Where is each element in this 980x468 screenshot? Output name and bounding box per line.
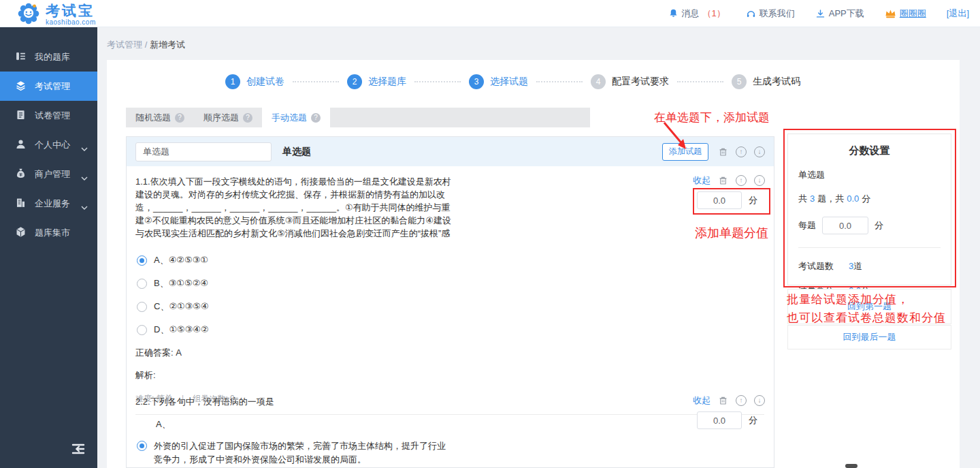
person-icon — [15, 138, 27, 152]
option-c[interactable]: C、②①③⑤④ — [135, 300, 764, 313]
step-label: 选择试题 — [490, 76, 528, 88]
count-prefix: 共 — [798, 193, 807, 204]
option-a-letter: A、 — [135, 418, 764, 431]
selection-tabs: 随机选题 ? 顺序选题 ? 手动选题 ? — [126, 108, 590, 127]
logout-link[interactable]: [退出] — [947, 7, 969, 20]
step-configure-exam: 4 配置考试要求 — [591, 74, 669, 89]
step-select-bank[interactable]: 2 选择题库 — [347, 74, 406, 89]
breadcrumb-new-exam: 新增考试 — [150, 40, 185, 50]
delete-group-icon[interactable] — [718, 146, 728, 157]
delete-question-icon[interactable] — [718, 175, 728, 186]
step-generate-code: 5 生成考试码 — [732, 74, 800, 89]
tab-label: 顺序选题 — [203, 112, 239, 124]
collapse-link[interactable]: 收起 — [693, 174, 710, 187]
help-icon[interactable]: ? — [311, 113, 321, 123]
back-to-last-link[interactable]: 回到最后一题 — [843, 331, 896, 343]
crown-icon — [885, 9, 896, 18]
move-question-down-icon[interactable]: ↓ — [754, 175, 765, 186]
per-question-label: 每题 — [798, 219, 816, 232]
back-to-first-link[interactable]: 回到第一题 — [847, 300, 892, 313]
radio-selected-icon[interactable] — [137, 255, 147, 266]
question-type-input[interactable] — [135, 142, 272, 161]
step-create-paper[interactable]: 1 创建试卷 — [225, 74, 284, 89]
download-icon — [815, 9, 826, 19]
exam-count-label: 考试题数 — [798, 260, 834, 272]
sidebar-item-enterprise-service[interactable]: 企业服务 — [0, 189, 97, 218]
per-question-score-row: 每题 分 — [798, 217, 941, 234]
move-group-up-icon[interactable]: ↑ — [736, 146, 747, 157]
radio-selected-icon[interactable] — [137, 441, 147, 451]
tab-label: 手动选题 — [272, 112, 307, 124]
question-text: 1.1.依次填入下面一段文字横线处的语句，衔接最恰当的一组是文化建设是新农村建设… — [135, 175, 453, 240]
step-label: 创建试卷 — [246, 76, 284, 88]
list-icon — [15, 50, 27, 64]
question-score-input[interactable] — [697, 411, 742, 429]
app-download-label: APP下载 — [829, 7, 864, 20]
option-d[interactable]: D、①⑤③④② — [135, 324, 764, 336]
app-download-link[interactable]: APP下载 — [815, 7, 864, 20]
scrollbar-thumb[interactable] — [845, 464, 858, 468]
radio-icon[interactable] — [137, 279, 147, 289]
move-question-up-icon[interactable]: ↑ — [736, 395, 747, 406]
sidebar-item-exam-management[interactable]: 考试管理 — [0, 72, 97, 101]
add-question-button[interactable]: 添加试题 — [662, 143, 708, 161]
app-logo[interactable]: 考试宝 kaoshibao.com — [16, 1, 96, 28]
logo-title: 考试宝 — [46, 3, 96, 18]
sidebar-item-label: 商户管理 — [35, 168, 70, 181]
move-group-down-icon[interactable]: ↓ — [754, 146, 765, 157]
step-number: 3 — [469, 74, 484, 89]
option-label: B、③①⑤②④ — [154, 277, 208, 290]
question-item-2: 2.2.下列各句中，没有语病的一项是 收起 ↑ ↓ 分 A、 外资的引 — [127, 386, 774, 468]
help-icon[interactable]: ? — [175, 113, 184, 123]
move-question-up-icon[interactable]: ↑ — [736, 175, 747, 186]
user-account[interactable]: 圈圈圈 — [885, 7, 926, 20]
tab-manual-selection[interactable]: 手动选题 ? — [262, 108, 330, 127]
count-score: 0.0 — [847, 193, 859, 204]
option-a[interactable]: A、④②⑤③① — [135, 254, 764, 266]
count-suffix: 分 — [862, 193, 870, 204]
radio-icon[interactable] — [137, 325, 147, 335]
per-question-score-input[interactable] — [822, 217, 868, 234]
sidebar-collapse-icon[interactable] — [71, 443, 86, 457]
question-type-label: 单选题 — [282, 146, 311, 158]
step-select-questions[interactable]: 3 选择试题 — [469, 74, 528, 89]
option-label: C、②①③⑤④ — [154, 300, 209, 313]
logout-label: [退出] — [947, 7, 969, 20]
sidebar-item-label: 企业服务 — [35, 198, 70, 210]
sidebar-item-paper-management[interactable]: 试卷管理 — [0, 101, 97, 130]
tab-random-selection[interactable]: 随机选题 ? — [126, 108, 194, 127]
breadcrumb-exam-management[interactable]: 考试管理 — [107, 40, 142, 50]
step-connector — [414, 81, 461, 82]
contact-us-link[interactable]: 联系我们 — [746, 7, 795, 20]
sidebar-menu: 我的题库 考试管理 试 — [0, 42, 97, 247]
layers-icon — [15, 80, 27, 93]
messages-count-badge: （1） — [703, 7, 725, 20]
sidebar-item-label: 考试管理 — [35, 80, 70, 93]
question-score-input[interactable] — [697, 191, 742, 209]
sidebar-item-merchant-management[interactable]: 商户管理 — [0, 159, 97, 189]
option-a[interactable]: 外资的引入促进了国内保险市场的繁荣，完善了市场主体结构，提升了行业竞争力，形成了… — [135, 439, 764, 467]
sidebar-item-personal-center[interactable]: 个人中心 — [0, 130, 97, 159]
correct-answer-label: 正确答案: A — [135, 347, 764, 359]
options-list: A、④②⑤③① B、③①⑤②④ C、②①③⑤④ D、①⑤③④② — [135, 254, 764, 336]
building-icon — [15, 197, 27, 210]
option-b[interactable]: B、③①⑤②④ — [135, 277, 764, 290]
radio-icon[interactable] — [137, 302, 147, 312]
tab-sequential-selection[interactable]: 顺序选题 ? — [194, 108, 262, 127]
score-settings-panel: 分数设置 单选题 共3题，共0.0分 每题 分 考试题数 3道 试卷总分 0.0… — [787, 134, 951, 285]
help-icon[interactable]: ? — [243, 113, 252, 123]
back-to-last-box: 回到最后一题 — [787, 325, 951, 349]
score-type-label: 单选题 — [798, 169, 941, 181]
chevron-down-icon — [81, 202, 88, 212]
delete-question-icon[interactable] — [718, 395, 728, 406]
step-label: 选择题库 — [368, 76, 406, 88]
step-connector — [293, 81, 339, 82]
move-question-down-icon[interactable]: ↓ — [754, 395, 765, 406]
sidebar-item-label: 我的题库 — [35, 51, 70, 63]
messages-link[interactable]: 消息 （1） — [668, 7, 725, 20]
sidebar-item-question-market[interactable]: 题库集市 — [0, 218, 97, 247]
collapse-link[interactable]: 收起 — [693, 394, 710, 407]
sidebar-item-my-question-bank[interactable]: 我的题库 — [0, 42, 97, 72]
breadcrumb-separator: / — [145, 40, 150, 50]
count-mid: 题，共 — [817, 193, 844, 204]
